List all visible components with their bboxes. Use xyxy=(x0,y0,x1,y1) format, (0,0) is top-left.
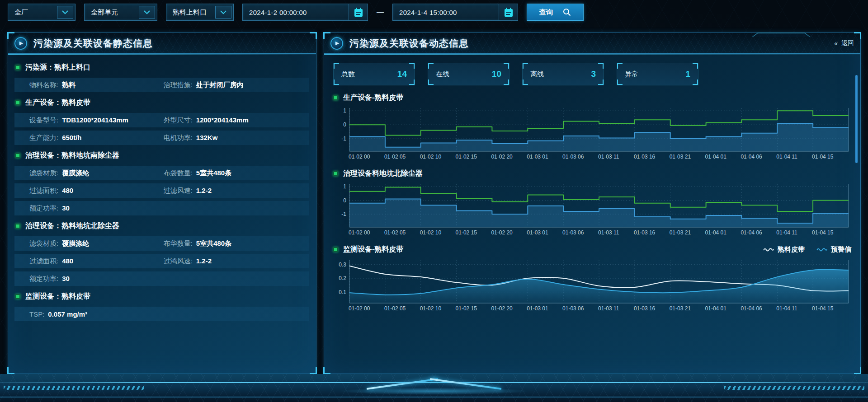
svg-text:01-04 06: 01-04 06 xyxy=(741,305,762,312)
field-label: 电机功率: xyxy=(164,134,193,142)
wave-icon xyxy=(816,247,827,252)
chevron-down-icon xyxy=(215,6,231,19)
unit-select[interactable]: 全部单元 xyxy=(84,4,157,21)
svg-text:01-03 01: 01-03 01 xyxy=(527,305,548,312)
legend-item-belt: 熟料皮带 xyxy=(763,245,805,254)
info-row: TSP:0.057 mg/m³ xyxy=(14,307,309,321)
field-label: 物料名称: xyxy=(29,81,58,89)
stat-value: 1 xyxy=(685,69,690,79)
plant-select[interactable]: 全厂 xyxy=(8,4,75,21)
section-title: 治理设备：熟料地坑南除尘器 xyxy=(25,151,119,160)
svg-text:01-03 06: 01-03 06 xyxy=(562,154,584,160)
play-icon: ▶ xyxy=(330,37,343,50)
field-value: 0.057 mg/m³ xyxy=(48,310,87,318)
calendar-icon[interactable] xyxy=(499,4,518,20)
vertical-scrollbar[interactable] xyxy=(855,75,858,163)
info-row: 过滤面积:480 过鸿风速:1.2-2 xyxy=(14,254,309,268)
section-title: 治理设备：熟料地坑北除尘器 xyxy=(25,221,119,231)
field-label: 额定功率: xyxy=(29,275,58,283)
svg-text:01-03 21: 01-03 21 xyxy=(670,154,691,160)
query-button[interactable]: 查询 xyxy=(527,4,584,21)
stat-card-total: 总数 14 xyxy=(333,63,415,85)
svg-text:01-03 21: 01-03 21 xyxy=(670,305,691,312)
section-header-pollution-source: 污染源：熟料上料口 xyxy=(8,60,316,75)
svg-text:1: 1 xyxy=(343,183,346,190)
svg-text:01-02 05: 01-02 05 xyxy=(384,305,406,312)
svg-text:01-03 16: 01-03 16 xyxy=(634,229,656,236)
chart-legend: 熟料皮带 预警信 xyxy=(763,245,851,254)
svg-text:01-04 01: 01-04 01 xyxy=(705,154,727,160)
svg-text:01-02 05: 01-02 05 xyxy=(384,229,406,236)
stat-value: 3 xyxy=(591,69,596,79)
svg-text:01-02 00: 01-02 00 xyxy=(349,229,370,236)
device-stats-row: 总数 14 在线 10 离线 3 异常 1 xyxy=(333,63,851,85)
dynamic-info-header: ▶ 污染源及关联设备动态信息 « 返回 xyxy=(324,33,860,54)
stat-value: 10 xyxy=(492,69,501,79)
field-label: 外型尺寸: xyxy=(164,116,193,125)
info-row: 额定功率:30 xyxy=(14,271,309,286)
source-select[interactable]: 熟料上料口 xyxy=(166,4,234,21)
svg-text:01-02 00: 01-02 00 xyxy=(349,154,370,160)
field-value: 1.2-2 xyxy=(196,257,212,265)
stat-label: 在线 xyxy=(436,70,449,79)
chevron-down-icon xyxy=(57,6,73,19)
static-info-panel: ▶ 污染源及关联设备静态信息 污染源：熟料上料口 物料名称:熟料 治理措施:处于… xyxy=(8,33,316,374)
svg-text:01-02 10: 01-02 10 xyxy=(420,305,442,312)
field-label: 设备型号: xyxy=(29,116,58,125)
svg-text:1: 1 xyxy=(343,108,346,114)
date-to-input[interactable]: 2024-1-4 15:00:00 xyxy=(392,4,518,21)
svg-text:01-04 11: 01-04 11 xyxy=(776,305,797,312)
date-range-separator: — xyxy=(377,8,384,16)
filter-toolbar: 全厂 全部单元 熟料上料口 2024-1-2 00:00:00 — 2024 xyxy=(8,4,584,21)
production-step-chart: 10-101-02 0001-02 0501-02 1001-02 1501-0… xyxy=(333,105,852,161)
dynamic-info-title: 污染源及关联设备动态信息 xyxy=(349,37,469,50)
bullet-icon xyxy=(333,95,338,100)
svg-text:01-04 11: 01-04 11 xyxy=(776,154,797,160)
svg-text:01-03 01: 01-03 01 xyxy=(527,154,548,160)
field-value: 熟料 xyxy=(62,81,75,89)
section-header-treatment-equipment-south: 治理设备：熟料地坑南除尘器 xyxy=(8,148,316,163)
stat-label: 总数 xyxy=(341,70,355,79)
chart-section-treatment: 治理设备料地坑北除尘器 10-101-02 0001-02 0501-02 10… xyxy=(333,168,851,237)
svg-text:01-04 11: 01-04 11 xyxy=(776,229,797,236)
svg-text:01-03 01: 01-03 01 xyxy=(527,229,548,236)
field-value: 480 xyxy=(62,187,73,194)
info-row: 滤袋材质:覆膜涤纶 布华数量:5室共480条 xyxy=(14,236,309,251)
field-value: TDB1200*204143mm xyxy=(62,116,128,124)
monitoring-line-chart: 0.30.20.101-02 0001-02 0501-02 1001-02 1… xyxy=(333,257,852,313)
field-value: 1.2-2 xyxy=(196,187,212,194)
info-row: 设备型号:TDB1200*204143mm 外型尺寸:1200*204143mm xyxy=(14,113,309,127)
svg-text:01-02 00: 01-02 00 xyxy=(349,305,370,312)
field-value: 30 xyxy=(62,204,70,212)
svg-text:01-02 20: 01-02 20 xyxy=(491,305,513,312)
svg-text:01-02 15: 01-02 15 xyxy=(456,305,477,312)
field-value: 覆膜涤纶 xyxy=(62,239,89,248)
chart-title: 生产设备-熟料皮带 xyxy=(343,93,403,103)
chart-title: 监测设备-熟料皮带 xyxy=(343,245,403,254)
field-label: 过滤面积: xyxy=(29,257,58,266)
wave-icon xyxy=(763,247,774,252)
svg-text:01-02 10: 01-02 10 xyxy=(420,229,442,236)
svg-text:01-03 06: 01-03 06 xyxy=(562,229,584,236)
svg-text:01-03 11: 01-03 11 xyxy=(598,305,619,312)
query-button-label: 查询 xyxy=(539,8,553,17)
stat-card-abnormal: 异常 1 xyxy=(617,63,698,85)
field-value: 5室共480条 xyxy=(196,169,231,178)
svg-text:01-04 06: 01-04 06 xyxy=(741,229,762,236)
stat-label: 异常 xyxy=(625,70,638,79)
dynamic-info-panel: ▶ 污染源及关联设备动态信息 « 返回 总数 14 在线 10 离线 3 异常 … xyxy=(324,33,861,374)
bullet-icon xyxy=(15,294,20,299)
field-label: 滤袋材质: xyxy=(29,169,58,178)
svg-text:0: 0 xyxy=(343,197,346,204)
date-to-value: 2024-1-4 15:00:00 xyxy=(399,9,457,16)
back-button[interactable]: « 返回 xyxy=(834,39,854,47)
field-value: 30 xyxy=(62,275,70,282)
date-from-input[interactable]: 2024-1-2 00:00:00 xyxy=(242,4,368,21)
section-title: 污染源：熟料上料口 xyxy=(25,63,90,72)
chart-title: 治理设备料地坑北除尘器 xyxy=(343,169,423,178)
field-label: 过滤面积: xyxy=(29,187,58,195)
calendar-icon[interactable] xyxy=(349,4,368,20)
legend-item-warning: 预警信 xyxy=(816,245,851,254)
field-value: 覆膜涤纶 xyxy=(62,169,89,178)
section-title: 生产设备：熟料皮带 xyxy=(25,98,90,108)
